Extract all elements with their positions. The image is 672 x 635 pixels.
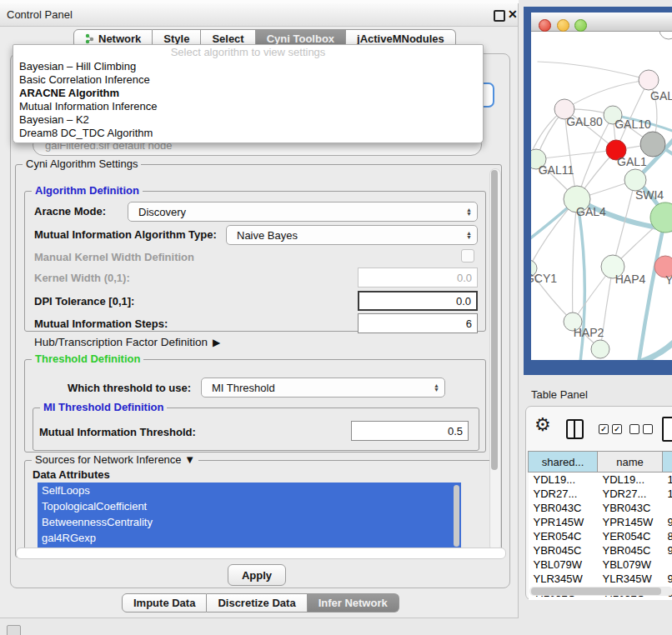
network-node-label: Y (665, 273, 672, 287)
network-node-label: GCY1 (531, 272, 557, 285)
table-cell: YER054C (529, 529, 598, 543)
which-threshold-value: MI Threshold (212, 382, 434, 394)
which-threshold-combo[interactable]: MI Threshold ▲▼ (201, 378, 445, 398)
network-node[interactable] (639, 70, 659, 90)
manual-kernel-width-checkbox[interactable] (461, 249, 474, 262)
table-row[interactable]: YBL079WYBL079W (529, 558, 672, 572)
table-cell: YDL19... (529, 472, 598, 488)
data-attribute-item[interactable]: gal4RGexp (38, 530, 461, 546)
network-node-label: SWI4 (635, 188, 664, 202)
bottom-tab-bar: Impute DataDiscretize DataInfer Network (122, 593, 399, 612)
tab-label: Style (163, 32, 189, 45)
data-attribute-item[interactable]: TopologicalCoefficient (38, 498, 461, 514)
table-cell (663, 501, 672, 515)
scrollbar-thumb[interactable] (491, 170, 498, 470)
table-cell: 8. (663, 529, 672, 543)
kernel-width-label: Kernel Width (0,1): (34, 272, 130, 284)
node-table: shared...nameA YDL19...YDL19...13YDR27..… (528, 451, 672, 600)
algorithm-dropdown-prompt: Select algorithm to view settings (13, 45, 483, 60)
bottom-tab-discretize-data[interactable]: Discretize Data (207, 593, 307, 612)
algorithm-option-bayesian-k2[interactable]: Bayesian – K2 (13, 113, 483, 127)
close-icon[interactable]: ✕ (508, 8, 518, 21)
gear-icon[interactable]: ⚙ (534, 414, 551, 436)
table-cell: YDL19... (598, 472, 663, 488)
float-panel-icon[interactable] (494, 10, 505, 22)
settings-horizontal-scrollbar[interactable] (16, 548, 506, 559)
table-row[interactable]: YBR043CYBR043C (529, 501, 672, 515)
collapsed-panel-icon[interactable] (7, 625, 21, 635)
zoom-traffic-light-icon[interactable] (574, 19, 587, 32)
network-node[interactable] (591, 340, 609, 358)
table-cell: 9. (663, 572, 672, 586)
bottom-tab-label: Infer Network (318, 597, 388, 609)
settings-vertical-scrollbar[interactable] (489, 168, 501, 552)
table-cell: YBR043C (529, 501, 598, 515)
table-header: shared...nameA (529, 452, 672, 472)
table-cell: 9. (663, 543, 672, 558)
table-cell: YBR045C (529, 543, 598, 558)
select-all-checkboxes-icon[interactable]: ✓✓ (599, 424, 622, 434)
network-canvas[interactable]: GALGAL80GAL10GAL1GAL11SWI4GAL4GCY1HAP4YH… (531, 32, 672, 360)
mi-threshold-definition-title: MI Threshold Definition (40, 401, 167, 413)
mi-steps-field[interactable] (358, 313, 478, 333)
network-node[interactable] (659, 32, 672, 39)
tab-label: Select (212, 32, 243, 45)
algorithm-option-bayesian-hill-climbing[interactable]: Bayesian – Hill Climbing (13, 60, 483, 73)
data-attributes-list[interactable]: SelfLoopsTopologicalCoefficientBetweenne… (38, 482, 461, 552)
algorithm-option-dream8-dc-tdc-algorithm[interactable]: Dream8 DC_TDC Algorithm (13, 127, 483, 140)
minimize-traffic-light-icon[interactable] (557, 19, 569, 32)
control-panel-titlebar: Control Panel ✕ (0, 3, 518, 27)
column-header[interactable]: name (598, 452, 663, 472)
network-edge (536, 150, 616, 159)
table-cell: YDR27... (529, 487, 598, 501)
network-node[interactable] (640, 132, 665, 157)
table-row[interactable]: YER054CYER054C8. (529, 529, 672, 543)
network-node-label: HAP4 (615, 272, 646, 286)
table-row[interactable]: YPR145WYPR145W9. (529, 515, 672, 529)
apply-button[interactable]: Apply (228, 564, 286, 586)
table-cell: YLR345W (598, 572, 663, 586)
export-table-icon[interactable] (662, 417, 672, 442)
list-scrollbar[interactable] (454, 485, 459, 547)
mi-algorithm-type-combo[interactable]: Naive Bayes ▲▼ (226, 225, 478, 245)
mi-threshold-field[interactable] (351, 421, 469, 441)
algorithm-option-aracne-algorithm[interactable]: ARACNE Algorithm (13, 87, 483, 100)
threshold-definition-title: Threshold Definition (32, 352, 143, 365)
data-attribute-item[interactable]: SelfLoops (38, 482, 461, 498)
table-row[interactable]: YDL19...YDL19...13 (529, 472, 672, 488)
scrollbar-thumb[interactable] (531, 588, 661, 595)
bottom-tab-impute-data[interactable]: Impute Data (122, 593, 207, 612)
table-horizontal-scrollbar[interactable] (529, 587, 672, 596)
aracne-mode-combo[interactable]: Discovery ▲▼ (128, 202, 478, 222)
table-row[interactable]: YDR27...YDR27...12 (529, 487, 672, 501)
algorithm-option-basic-correlation-inference[interactable]: Basic Correlation Inference (13, 73, 483, 87)
column-header[interactable]: A (663, 452, 672, 472)
kernel-width-field[interactable] (358, 268, 478, 288)
close-traffic-light-icon[interactable] (539, 19, 551, 32)
deselect-all-checkboxes-icon[interactable] (629, 424, 653, 434)
table-row[interactable]: YLR345WYLR345W9. (529, 572, 672, 586)
expander-arrow-icon: ▶ (213, 337, 220, 348)
collapse-arrow-icon[interactable]: ▼ (184, 453, 195, 466)
table-cell: YLR345W (529, 572, 598, 586)
hub-transcription-factor-expander[interactable]: Hub/Transcription Factor Definition▶ (34, 336, 220, 348)
data-attribute-item[interactable]: BetweennessCentrality (38, 514, 461, 530)
combo-spinner-icon: ▲▼ (466, 208, 472, 216)
bottom-tab-infer-network[interactable]: Infer Network (308, 593, 399, 612)
table-cell: YBL079W (529, 558, 598, 572)
network-node-label: GAL (650, 89, 672, 102)
table-cell: 13 (663, 472, 672, 488)
table-cell: YDR27... (598, 487, 663, 501)
table-row[interactable]: YBR045CYBR045C9. (529, 543, 672, 558)
mi-algorithm-type-label: Mutual Information Algorithm Type: (34, 228, 217, 241)
columns-icon[interactable] (566, 419, 584, 439)
table-panel-title: Table Panel (531, 388, 588, 401)
network-icon (85, 33, 94, 44)
group-title: Cyni Algorithm Settings (23, 158, 141, 170)
table-cell: 12 (663, 487, 672, 501)
algorithm-option-mutual-information-inference[interactable]: Mutual Information Inference (13, 100, 483, 113)
dpi-tolerance-field[interactable] (358, 291, 478, 311)
aracne-mode-value: Discovery (138, 206, 466, 218)
column-header[interactable]: shared... (529, 452, 598, 472)
manual-kernel-width-label: Manual Kernel Width Definition (34, 251, 194, 263)
